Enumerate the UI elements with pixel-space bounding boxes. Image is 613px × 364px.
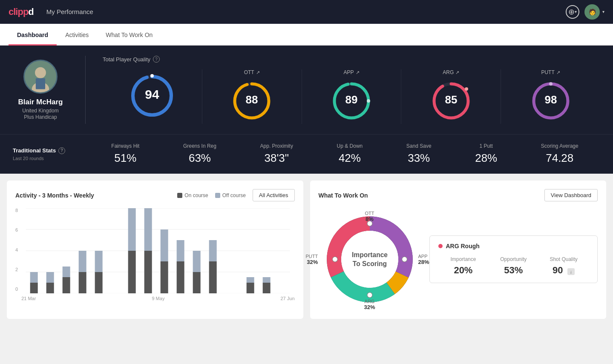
putt-donut-label: PUTT 32%: [306, 254, 318, 265]
player-country: United Kingdom: [22, 108, 58, 114]
all-activities-button[interactable]: All Activities: [253, 189, 295, 201]
on-course-label: On course: [184, 192, 208, 198]
ott-gauge: OTT ↗ 88: [202, 69, 302, 124]
stat-group: Traditional Stats ? Last 20 rounds: [13, 147, 89, 161]
app-trend-icon: ↗: [356, 70, 360, 75]
metric-importance: Importance 20%: [438, 256, 489, 276]
importance-label: Importance: [438, 256, 489, 262]
bar: [209, 240, 217, 261]
quality-section: Total Player Quality ? 94 OTT: [103, 56, 600, 124]
svg-text:98: 98: [544, 93, 557, 106]
off-course-label: Off course: [222, 192, 246, 198]
work-card-header: What To Work On View Dashboard: [319, 189, 598, 201]
avatar-chevron-icon: ▾: [602, 9, 604, 14]
bar: [193, 251, 201, 272]
putt-gauge-svg: 98: [530, 80, 572, 122]
bar: [95, 251, 103, 272]
nav-title: My Performance: [46, 8, 566, 15]
nav-right: ⊕ ▾ 🧑 ▾: [566, 4, 604, 20]
y-label-2: 2: [15, 267, 18, 272]
bar: [144, 251, 152, 293]
svg-point-13: [367, 99, 370, 103]
legend-on-course: On course: [177, 192, 208, 198]
bar: [128, 208, 136, 251]
metric-shot-quality: Shot Quality 90 ↓: [538, 256, 589, 276]
stat-scoring-label: Scoring Average: [541, 143, 578, 149]
chart-title: Activity - 3 Months - Weekly: [15, 192, 94, 199]
arg-donut-label: ARG 32%: [364, 299, 375, 310]
chart-card-header: Activity - 3 Months - Weekly On course O…: [15, 189, 295, 201]
y-axis: 0 2 4 6 8: [15, 208, 18, 301]
stat-proximity-label: App. Proximity: [260, 143, 293, 149]
ott-trend-icon: ↗: [256, 70, 260, 75]
tab-dashboard[interactable]: Dashboard: [9, 24, 57, 46]
info-metrics: Importance 20% Opportunity 53% Shot Qual…: [438, 256, 589, 276]
quality-info-icon[interactable]: ?: [153, 56, 160, 63]
svg-text:88: 88: [246, 93, 258, 106]
metric-opportunity: Opportunity 53%: [488, 256, 538, 276]
arg-gauge-visual: 85: [430, 80, 472, 124]
donut-chart-area: Importance To Scoring OTT 8% APP 28%: [319, 208, 421, 310]
bar: [63, 277, 70, 293]
bar: [177, 240, 184, 261]
chart-legend: On course Off course: [177, 192, 246, 198]
arg-trend-icon: ↗: [455, 70, 459, 75]
legend-off-course: Off course: [215, 192, 246, 198]
bar: [209, 261, 217, 293]
putt-gauge: PUTT ↗ 98: [501, 69, 600, 124]
stat-proximity-value: 38'3": [264, 152, 289, 165]
opportunity-label: Opportunity: [488, 256, 538, 262]
main-gauge-visual: 94: [129, 72, 176, 121]
arg-rough-info-card: ARG Rough Importance 20% Opportunity 53%…: [429, 235, 598, 283]
quality-label: Total Player Quality ?: [103, 56, 600, 63]
bar: [144, 208, 152, 251]
svg-point-17: [465, 87, 468, 91]
stat-fairways-label: Fairways Hit: [111, 143, 139, 149]
svg-text:85: 85: [445, 93, 457, 106]
svg-text:To Scoring: To Scoring: [352, 260, 386, 267]
app-gauge-visual: 89: [330, 80, 373, 124]
svg-text:89: 89: [345, 93, 358, 106]
tab-activities[interactable]: Activities: [57, 24, 97, 46]
stat-sandsave-label: Sand Save: [406, 143, 432, 149]
avatar-button[interactable]: 🧑 ▾: [584, 4, 604, 20]
bar: [63, 267, 70, 277]
add-button[interactable]: ⊕ ▾: [566, 5, 579, 19]
stat-fairways: Fairways Hit 51%: [111, 143, 139, 165]
tabs-bar: Dashboard Activities What To Work On: [0, 24, 613, 46]
chart-area-wrapper: 0 2 4 6 8: [15, 208, 295, 301]
app-gauge-svg: 89: [330, 80, 373, 122]
stat-greens-value: 63%: [189, 152, 211, 165]
hero-section: Blair McHarg United Kingdom Plus Handica…: [0, 46, 613, 135]
bar: [30, 283, 38, 293]
player-avatar: [23, 60, 58, 94]
stat-1putt: 1 Putt 28%: [475, 143, 497, 165]
stat-group-title: Traditional Stats ?: [13, 147, 65, 154]
work-card-title: What To Work On: [319, 192, 368, 199]
stats-info-icon[interactable]: ?: [58, 147, 65, 154]
off-course-dot: [215, 193, 220, 198]
x-label-mar: 21 Mar: [21, 296, 36, 301]
y-label-0: 0: [15, 287, 18, 292]
tab-what-to-work-on[interactable]: What To Work On: [97, 24, 161, 46]
svg-text:Importance: Importance: [351, 251, 387, 258]
work-on-card: What To Work On View Dashboard: [310, 181, 607, 319]
x-label-may: 9 May: [152, 296, 164, 301]
stat-fairways-value: 51%: [114, 152, 136, 165]
stat-sandsave-value: 33%: [408, 152, 430, 165]
donut-svg: Importance To Scoring: [319, 208, 421, 310]
opportunity-value: 53%: [488, 265, 538, 276]
bar: [161, 229, 168, 261]
bar: [193, 272, 201, 293]
bar: [79, 251, 86, 272]
main-gauge: 94: [103, 72, 202, 121]
app-label: APP ↗: [343, 69, 359, 75]
y-label-6: 6: [15, 228, 18, 232]
activity-chart-card: Activity - 3 Months - Weekly On course O…: [7, 181, 303, 319]
svg-point-37: [367, 292, 372, 298]
vertical-divider: [85, 56, 86, 124]
shot-quality-badge: ↓: [567, 268, 575, 275]
view-dashboard-button[interactable]: View Dashboard: [544, 189, 598, 201]
info-card-title: ARG Rough: [438, 243, 589, 249]
shot-quality-label: Shot Quality: [538, 256, 589, 262]
